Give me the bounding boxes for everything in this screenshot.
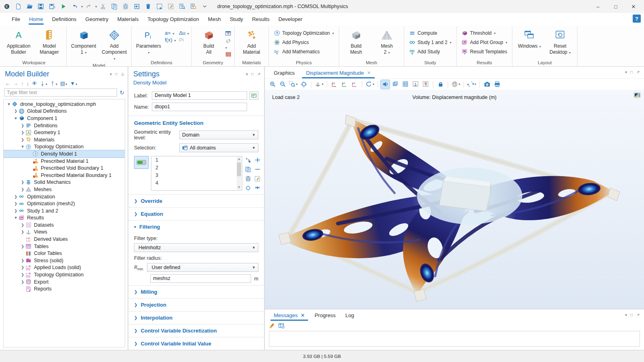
expander-icon[interactable]: ❯ xyxy=(20,230,25,234)
clear-messages-icon[interactable] xyxy=(269,323,275,329)
lock-view-icon[interactable] xyxy=(436,80,445,89)
tree-item-optimization[interactable]: ❯ Optimization xyxy=(4,193,125,200)
tree-item-applied-loads-solid[interactable]: ❯ Applied Loads (solid) xyxy=(4,264,125,272)
zoom-in-icon[interactable] xyxy=(268,80,277,89)
close-tab-icon[interactable]: ✕ xyxy=(300,312,305,318)
ribbon-button-add-plot-group[interactable]: Add Plot Group▾ xyxy=(459,38,510,46)
ribbon-button-mesh-2[interactable]: Mesh2 ▾ xyxy=(372,27,401,56)
scene-light-icon[interactable] xyxy=(391,80,400,89)
selection-item[interactable]: 2 xyxy=(155,165,236,173)
transparency-icon[interactable] xyxy=(381,80,390,89)
section-interpolation[interactable]: ❯Interpolation xyxy=(128,311,264,324)
expander-icon[interactable]: ❯ xyxy=(20,180,25,184)
tree-item-solid-mechanics[interactable]: ❯ Solid Mechanics xyxy=(4,179,125,186)
menu-tab-developer[interactable]: Developer xyxy=(274,14,306,25)
view-xz-icon[interactable]: xz xyxy=(350,80,359,89)
section-override[interactable]: ❯Override xyxy=(128,194,264,207)
section-control-variable-initial-value[interactable]: ❯Control Variable Initial Value xyxy=(128,337,264,350)
filter-radius-input[interactable]: meshsz xyxy=(150,274,251,283)
image-settings-icon[interactable]: ▾ xyxy=(451,80,461,89)
tree-item-meshes[interactable]: ❯ Meshes xyxy=(4,186,125,193)
tree-item-results[interactable]: ▼ Results xyxy=(4,215,125,222)
tree-item-export[interactable]: ❯ Export xyxy=(4,278,125,286)
expander-icon[interactable]: ❯ xyxy=(20,130,25,135)
ribbon-button-build-mesh[interactable]: BuildMesh xyxy=(342,27,371,56)
ribbon-button-result-templates[interactable]: Result Templates xyxy=(459,48,510,56)
graphics-canvas[interactable]: Load case 2 Volume: Displacement magnitu… xyxy=(265,90,644,309)
expander-icon[interactable]: ▼ xyxy=(6,102,12,106)
ribbon-button-f-x[interactable]: f(x) ▾ xyxy=(165,37,176,43)
expander-icon[interactable]: ▼ xyxy=(20,145,25,149)
float-panel-icon[interactable]: □ xyxy=(630,70,633,74)
expander-icon[interactable]: ❯ xyxy=(20,187,25,192)
show-axes-icon[interactable] xyxy=(411,80,420,89)
expander-icon[interactable]: ❯ xyxy=(20,259,25,263)
menu-tab-materials[interactable]: Materials xyxy=(113,14,143,25)
expander-icon[interactable]: ▼ xyxy=(13,216,19,220)
ribbon-button-study-1-and-2[interactable]: Study 1 and 2▾ xyxy=(407,38,454,46)
color-legend-icon[interactable] xyxy=(421,80,430,89)
import-icon[interactable] xyxy=(225,30,232,37)
tab-log[interactable]: Log xyxy=(340,310,359,321)
open-icon[interactable] xyxy=(24,2,35,11)
ribbon-button-threshold[interactable]: Threshold▾ xyxy=(459,29,510,37)
deselect-icon[interactable] xyxy=(166,2,176,11)
tree-item-materials[interactable]: ❯ Materials xyxy=(4,136,125,143)
ribbon-button-application-builder[interactable]: A ApplicationBuilder xyxy=(4,27,33,56)
ribbon-button-parameters[interactable]: Pi Parameters ▾ xyxy=(134,27,163,56)
undo-icon[interactable] xyxy=(69,2,80,11)
save-as-icon[interactable] xyxy=(47,2,57,11)
expander-icon[interactable]: ❯ xyxy=(13,202,19,206)
selection-item[interactable]: 3 xyxy=(155,173,236,180)
ribbon-button-add-material[interactable]: AddMaterial xyxy=(237,27,266,56)
ribbon-button-windows[interactable]: Windows ▾ xyxy=(515,27,544,50)
ribbon-button-compute[interactable]: Compute xyxy=(407,29,454,37)
redo-icon-caret[interactable]: ▾ xyxy=(95,5,97,8)
entity-level-select[interactable]: Domain▼ xyxy=(179,130,258,139)
active-toggle-button[interactable] xyxy=(134,156,149,169)
select-box-icon[interactable] xyxy=(154,2,165,11)
section-milling[interactable]: ❯Milling xyxy=(128,285,264,298)
section-control-variable-discretization[interactable]: ❯Control Variable Discretization xyxy=(128,324,264,337)
filter-type-select[interactable]: Helmholtz▼ xyxy=(134,243,258,252)
snapshot-icon[interactable] xyxy=(482,80,491,89)
expander-icon[interactable]: ❯ xyxy=(20,124,25,128)
expander-icon[interactable]: ❯ xyxy=(13,209,19,213)
paste-selection-icon[interactable] xyxy=(245,175,252,182)
refresh-filter-icon[interactable]: ↻ xyxy=(120,89,124,96)
expander-icon[interactable]: ❯ xyxy=(13,195,19,199)
hide-selection-icon[interactable] xyxy=(254,185,261,191)
zoom-to-selection-icon[interactable] xyxy=(245,185,252,191)
maximize-button[interactable]: □ xyxy=(607,0,625,13)
view-yz-icon[interactable]: yz xyxy=(340,80,349,89)
ribbon-button-u[interactable]: Δu ▾ xyxy=(179,30,189,36)
minimize-button[interactable]: – xyxy=(589,0,607,13)
tree-item-prescribed-material-1[interactable]: Prescribed Material 1 xyxy=(4,158,125,165)
preview-icon[interactable] xyxy=(188,2,199,11)
go-to-view-icon[interactable]: ▾ xyxy=(314,80,324,89)
tab-messages[interactable]: Messages ✕ xyxy=(269,310,310,321)
menu-tab-file[interactable]: File xyxy=(7,14,25,25)
ribbon-button-add-mathematics[interactable]: ΔuAdd Mathematics xyxy=(271,48,336,56)
create-selection-icon[interactable] xyxy=(245,157,252,163)
new-file-icon[interactable] xyxy=(13,2,23,11)
ribbon-button-build-all[interactable]: BuildAll xyxy=(194,27,223,56)
delete-icon[interactable] xyxy=(143,2,153,11)
back-icon[interactable]: ← xyxy=(5,80,10,86)
show-icon[interactable]: 👁︎ xyxy=(32,80,37,86)
view-xy-icon[interactable]: xy xyxy=(330,80,339,89)
add-to-selection-icon[interactable] xyxy=(254,157,261,163)
selection-list[interactable]: ▲▼ 1234 xyxy=(151,156,242,191)
float-panel-icon[interactable]: □ xyxy=(630,313,633,317)
ribbon-button-component-1[interactable]: Component1 ▾ xyxy=(69,27,98,56)
find-icon[interactable] xyxy=(177,2,187,11)
pin-panel-icon[interactable]: ⚠︎ xyxy=(121,72,124,76)
move-down-icon[interactable]: ↓ xyxy=(27,80,29,86)
save-icon[interactable] xyxy=(36,2,46,11)
panel-menu-icon[interactable]: ▾ xyxy=(625,70,627,74)
menu-tab-study[interactable]: Study xyxy=(225,14,248,25)
annotation-note-icon[interactable] xyxy=(250,91,258,100)
tree-item-stress-solid[interactable]: ❯ Stress (solid) xyxy=(4,257,125,264)
pin-panel-icon[interactable]: 📌︎ xyxy=(636,70,640,74)
tree-item-density-model-1[interactable]: ? Density Model 1 xyxy=(4,150,125,158)
